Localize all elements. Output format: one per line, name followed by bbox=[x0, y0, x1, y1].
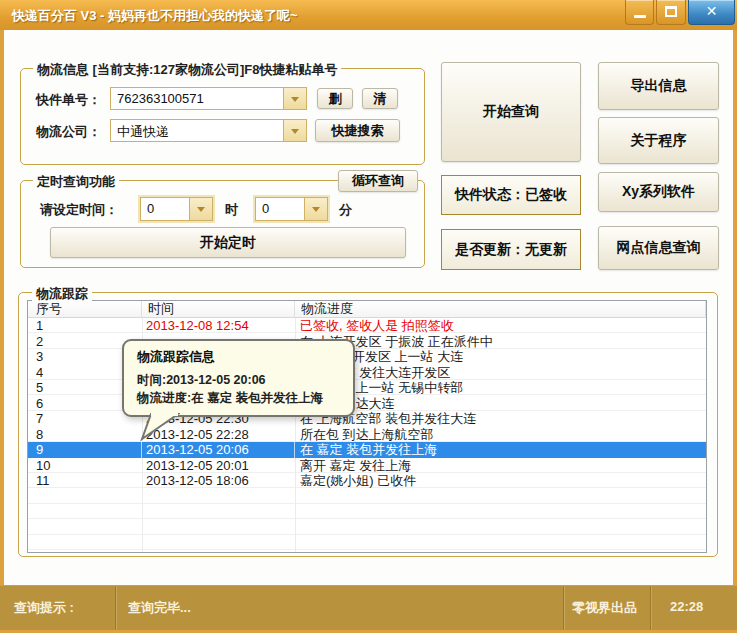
tracking-number-label: 快件单号： bbox=[36, 91, 101, 109]
logistics-info-group bbox=[20, 68, 425, 165]
company-label: 物流公司： bbox=[36, 123, 101, 141]
cell-progress: 在 嘉定 装包并发往上海 bbox=[295, 442, 706, 458]
outlet-query-button[interactable]: 网点信息查询 bbox=[598, 226, 719, 270]
loop-query-button[interactable]: 循环查询 bbox=[338, 170, 418, 192]
window-title: 快递百分百 V3 - 妈妈再也不用担心我的快递了呢~ bbox=[12, 7, 298, 25]
cell-time: 2013-12-05 18:06 bbox=[142, 473, 295, 489]
hour-dropdown-button[interactable] bbox=[189, 198, 212, 220]
column-header-time[interactable]: 时间 bbox=[142, 301, 295, 317]
minimize-icon bbox=[634, 15, 646, 18]
table-row[interactable]: 8 2013-12-05 22:28 所在包 到达上海航空部 bbox=[28, 427, 706, 443]
cell-progress: 在 上海航空部 装包并发往大连 bbox=[295, 411, 706, 427]
tooltip-title: 物流跟踪信息 bbox=[137, 348, 353, 366]
minute-value: 0 bbox=[256, 198, 304, 220]
maximize-button[interactable] bbox=[656, 0, 686, 25]
minute-unit-label: 分 bbox=[339, 201, 352, 219]
main-content: 物流信息 [当前支持:127家物流公司]F8快捷粘贴单号 快件单号： 76236… bbox=[4, 30, 733, 585]
minute-select[interactable]: 0 bbox=[255, 197, 328, 221]
status-message: 查询完毕... bbox=[128, 599, 191, 617]
table-row[interactable]: 1 2013-12-08 12:54 已签收, 签收人是 拍照签收 bbox=[28, 318, 706, 334]
title-bar: 快递百分百 V3 - 妈妈再也不用担心我的快递了呢~ ✕ bbox=[0, 0, 737, 30]
tracking-number-dropdown-button[interactable] bbox=[283, 88, 306, 109]
cell-progress: 所在包 到达上海航空部 bbox=[295, 427, 706, 443]
timer-query-group-title: 定时查询功能 bbox=[33, 173, 119, 191]
status-bar: 查询提示 : 查询完毕... 零视界出品 22:28 bbox=[0, 585, 737, 630]
table-row-selected[interactable]: 9 2013-12-05 20:06 在 嘉定 装包并发往上海 bbox=[28, 442, 706, 458]
hour-select[interactable]: 0 bbox=[140, 197, 213, 221]
cell-progress: 嘉定(姚小姐) 已收件 bbox=[295, 473, 706, 489]
minute-dropdown-button[interactable] bbox=[304, 198, 327, 220]
set-time-label: 请设定时间： bbox=[40, 201, 118, 219]
cell-no: 1 bbox=[28, 318, 142, 334]
shipment-status-box: 快件状态：已签收 bbox=[441, 175, 581, 215]
status-divider bbox=[650, 586, 651, 631]
minimize-button[interactable] bbox=[625, 0, 654, 25]
tooltip-time: 时间:2013-12-05 20:06 bbox=[137, 371, 353, 389]
tooltip-progress: 物流进度:在 嘉定 装包并发往上海 bbox=[137, 389, 353, 407]
hour-unit-label: 时 bbox=[225, 201, 238, 219]
cell-progress: 到达大连开发区 上一站 大连 bbox=[295, 349, 706, 365]
tracking-group-title: 物流跟踪 bbox=[32, 285, 92, 303]
cell-progress: 离开 大连 发往大连开发区 bbox=[295, 365, 706, 381]
company-value: 中通快递 bbox=[111, 120, 283, 141]
tracking-number-value: 762363100571 bbox=[111, 88, 283, 109]
cell-progress: 所在包 到达大连 bbox=[295, 396, 706, 412]
cell-no: 10 bbox=[28, 458, 142, 474]
cell-progress: 已签收, 签收人是 拍照签收 bbox=[295, 318, 706, 334]
cell-no: 11 bbox=[28, 473, 142, 489]
table-row[interactable]: 10 2013-12-05 20:01 离开 嘉定 发往上海 bbox=[28, 458, 706, 474]
logistics-info-group-title: 物流信息 [当前支持:127家物流公司]F8快捷粘贴单号 bbox=[33, 61, 341, 79]
column-header-no[interactable]: 序号 bbox=[28, 301, 142, 317]
brand-label: 零视界出品 bbox=[572, 599, 637, 617]
company-select[interactable]: 中通快递 bbox=[110, 119, 307, 142]
quick-search-button[interactable]: 快捷搜索 bbox=[315, 119, 400, 142]
status-divider bbox=[115, 586, 116, 631]
status-label: 查询提示 : bbox=[14, 599, 74, 617]
maximize-icon bbox=[665, 6, 677, 17]
start-timer-button[interactable]: 开始定时 bbox=[50, 227, 406, 258]
update-status-box: 是否更新：无更新 bbox=[441, 229, 581, 270]
table-row[interactable]: 11 2013-12-05 18:06 嘉定(姚小姐) 已收件 bbox=[28, 473, 706, 489]
chevron-down-icon bbox=[197, 207, 205, 212]
chevron-down-icon bbox=[312, 207, 320, 212]
cell-progress: 到达大连 上一站 无锡中转部 bbox=[295, 380, 706, 396]
start-query-button[interactable]: 开始查询 bbox=[441, 62, 581, 162]
tracking-table[interactable]: 序号 时间 物流进度 1 2013-12-08 12:54 已签收, 签收人是 … bbox=[27, 300, 707, 553]
cell-time: 2013-12-05 20:06 bbox=[142, 442, 295, 458]
chevron-down-icon bbox=[291, 129, 299, 134]
tracking-number-select[interactable]: 762363100571 bbox=[110, 87, 307, 110]
tracking-tooltip: 物流跟踪信息 时间:2013-12-05 20:06 物流进度:在 嘉定 装包并… bbox=[122, 339, 355, 417]
cell-time: 2013-12-08 12:54 bbox=[142, 318, 295, 334]
clock-label: 22:28 bbox=[670, 599, 703, 614]
cell-no: 8 bbox=[28, 427, 142, 443]
delete-button[interactable]: 删 bbox=[317, 88, 353, 109]
xy-software-button[interactable]: Xy系列软件 bbox=[598, 172, 719, 212]
about-button[interactable]: 关于程序 bbox=[598, 117, 719, 164]
chevron-down-icon bbox=[291, 97, 299, 102]
company-dropdown-button[interactable] bbox=[283, 120, 306, 141]
tracking-table-header: 序号 时间 物流进度 bbox=[28, 301, 706, 318]
column-header-progress[interactable]: 物流进度 bbox=[295, 301, 706, 317]
cell-time: 2013-12-05 20:01 bbox=[142, 458, 295, 474]
clear-button[interactable]: 清 bbox=[362, 88, 398, 109]
close-button[interactable]: ✕ bbox=[688, 0, 735, 25]
cell-no: 9 bbox=[28, 442, 142, 458]
hour-value: 0 bbox=[141, 198, 189, 220]
cell-progress: 在 大连开发区 于振波 正在派件中 bbox=[295, 334, 706, 350]
status-divider bbox=[563, 586, 564, 631]
cell-progress: 离开 嘉定 发往上海 bbox=[295, 458, 706, 474]
close-icon: ✕ bbox=[689, 3, 734, 19]
export-info-button[interactable]: 导出信息 bbox=[598, 62, 719, 110]
tooltip-tail bbox=[138, 413, 180, 441]
